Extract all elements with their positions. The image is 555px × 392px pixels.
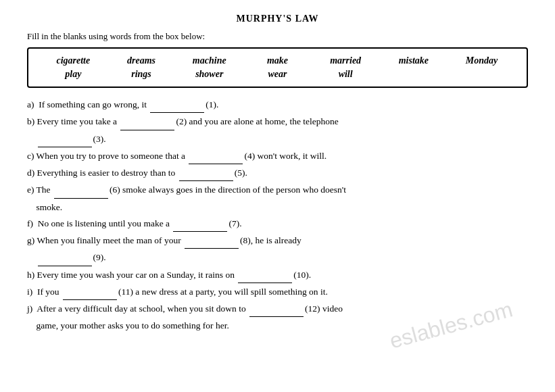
exercise-j2: game, your mother asks you to do somethi… <box>27 318 528 333</box>
blank-8 <box>185 233 239 249</box>
word-wear: wear <box>250 69 304 80</box>
blank-11 <box>63 285 117 300</box>
blank-3 <box>38 132 92 147</box>
exercise-g1: g) When you finally meet the man of your… <box>27 233 528 249</box>
word-row-1: cigarette dreams machine make married mi… <box>39 55 516 66</box>
exercise-b2: (3). <box>27 132 528 147</box>
exercise-f: f) No one is listening until you make a … <box>27 216 528 232</box>
word-row-2: play rings shower wear will <box>39 69 516 80</box>
word-empty2 <box>455 69 509 80</box>
word-play: play <box>46 69 100 80</box>
instruction: Fill in the blanks using words from the … <box>27 31 528 42</box>
exercise-d: d) Everything is easier to destroy than … <box>27 166 528 181</box>
word-will: will <box>318 69 372 80</box>
blank-9 <box>38 250 92 266</box>
page-title: MURPHY'S LAW <box>27 14 528 24</box>
word-box: cigarette dreams machine make married mi… <box>27 47 528 88</box>
blank-10 <box>238 268 292 283</box>
word-monday: Monday <box>455 55 509 66</box>
word-dreams: dreams <box>114 55 168 66</box>
word-empty1 <box>387 69 441 80</box>
word-mistake: mistake <box>387 55 441 66</box>
exercise-a: a) If something can go wrong, it (1). <box>27 97 528 113</box>
word-married: married <box>318 55 372 66</box>
blank-6 <box>54 182 108 198</box>
blank-12 <box>249 301 304 317</box>
word-machine: machine <box>183 55 237 66</box>
exercise-j1: j) After a very difficult day at school,… <box>27 301 528 317</box>
exercise-i: i) If you (11) a new dress at a party, y… <box>27 285 528 300</box>
blank-7 <box>173 216 227 232</box>
blank-4 <box>189 149 243 164</box>
blank-2 <box>120 114 174 130</box>
exercise-h: h) Every time you wash your car on a Sun… <box>27 268 528 283</box>
page: MURPHY'S LAW Fill in the blanks using wo… <box>0 0 555 392</box>
exercise-g2: (9). <box>27 250 528 266</box>
blank-1 <box>150 97 204 113</box>
word-make: make <box>250 55 304 66</box>
exercises: a) If something can go wrong, it (1). b)… <box>27 97 528 334</box>
exercise-c: c) When you try to prove to someone that… <box>27 149 528 164</box>
exercise-b1: b) Every time you take a (2) and you are… <box>27 114 528 130</box>
word-shower: shower <box>183 69 237 80</box>
exercise-e1: e) The (6) smoke always goes in the dire… <box>27 182 528 198</box>
blank-5 <box>179 166 233 181</box>
word-rings: rings <box>114 69 168 80</box>
word-cigarette: cigarette <box>46 55 100 66</box>
exercise-e2: smoke. <box>27 200 528 215</box>
